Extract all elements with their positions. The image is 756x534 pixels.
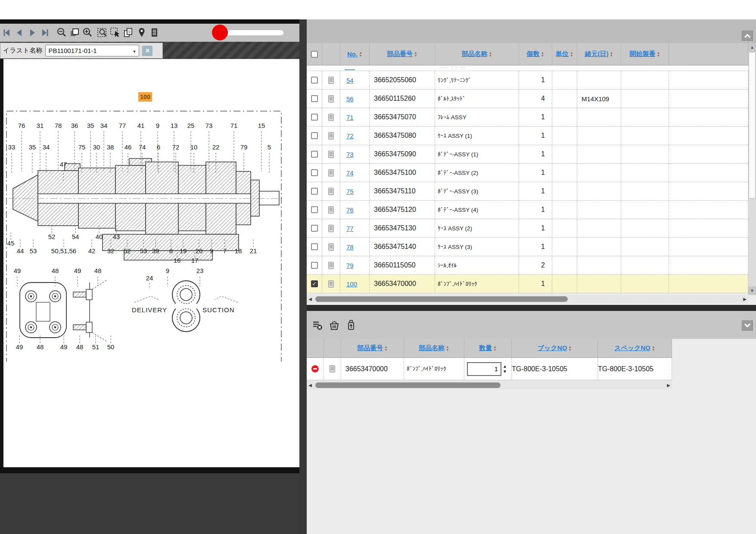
illustration-canvas[interactable]: 100: [0, 59, 299, 467]
mark-position-button[interactable]: [135, 26, 148, 39]
cart-header-book-no[interactable]: ブックNO: [512, 339, 598, 357]
callout-number[interactable]: 49: [60, 343, 68, 351]
callout-number[interactable]: 32: [107, 247, 115, 255]
part-no-link[interactable]: 75: [346, 188, 354, 195]
callout-number[interactable]: 40: [96, 233, 103, 240]
row-checkbox[interactable]: [311, 77, 318, 84]
actual-size-button[interactable]: [68, 26, 81, 39]
header-unit[interactable]: 単位: [552, 43, 577, 65]
parts-table-hscrollbar[interactable]: [307, 295, 748, 303]
callout-number[interactable]: 75: [78, 143, 86, 151]
callout-number[interactable]: 43: [113, 233, 120, 240]
callout-number[interactable]: 35: [29, 143, 36, 151]
callout-number[interactable]: 47: [60, 161, 67, 168]
part-no-link[interactable]: 56: [346, 95, 354, 102]
illust-name-select[interactable]: PB1100171-01-1: [45, 45, 139, 56]
callout-number[interactable]: 18: [235, 247, 242, 255]
row-checkbox[interactable]: [311, 280, 318, 287]
callout-number[interactable]: 19: [180, 247, 187, 255]
callout-number[interactable]: 17: [191, 257, 199, 264]
callout-number[interactable]: 36: [71, 122, 78, 129]
cart-header-part-number[interactable]: 部品番号: [341, 339, 404, 357]
vscroll-thumb[interactable]: [749, 52, 756, 199]
callout-number[interactable]: 13: [171, 122, 178, 129]
row-checkbox[interactable]: [311, 95, 318, 102]
spinner-up-icon[interactable]: [503, 364, 507, 368]
row-checkbox[interactable]: [311, 225, 318, 232]
zoom-slider[interactable]: [215, 24, 289, 42]
callout-number[interactable]: 48: [76, 343, 84, 351]
select-all-checkbox[interactable]: [311, 51, 318, 58]
scroll-right-icon[interactable]: [665, 381, 672, 389]
callout-number[interactable]: 35: [87, 122, 94, 129]
callout-number[interactable]: 41: [137, 122, 145, 129]
callout-number[interactable]: 49: [74, 267, 81, 274]
callout-number[interactable]: 50: [107, 343, 115, 351]
collapse-up-button[interactable]: [742, 31, 753, 41]
callout-number[interactable]: 15: [258, 122, 265, 129]
callout-number[interactable]: 48: [52, 267, 59, 274]
callout-number[interactable]: 21: [250, 247, 257, 255]
callout-number[interactable]: 46: [124, 143, 132, 151]
cart-header-spec-no[interactable]: スペックNO: [598, 339, 672, 357]
part-no-link[interactable]: 78: [346, 243, 354, 251]
zoom-in-button[interactable]: [81, 26, 94, 39]
header-no[interactable]: No.: [340, 43, 370, 65]
callout-number[interactable]: 9: [166, 267, 169, 274]
callout-number[interactable]: 71: [230, 122, 238, 129]
zoom-slider-track[interactable]: [220, 30, 283, 35]
callout-number[interactable]: 23: [196, 267, 204, 274]
callout-number[interactable]: 49: [14, 267, 21, 274]
part-no-link[interactable]: 79: [346, 262, 354, 269]
header-part-number[interactable]: 部品番号: [370, 43, 435, 65]
select-mode-button[interactable]: [109, 26, 122, 39]
callout-number[interactable]: 45: [7, 239, 15, 247]
callout-number[interactable]: 74: [139, 143, 146, 151]
close-illust-name-button[interactable]: [142, 46, 152, 56]
part-no-link[interactable]: 72: [346, 132, 354, 140]
scroll-left-icon[interactable]: [307, 381, 314, 389]
callout-number[interactable]: 48: [37, 343, 44, 351]
go-first-button[interactable]: [0, 26, 13, 39]
callout-number[interactable]: 33: [8, 143, 16, 151]
callout-number[interactable]: 50,51,56: [51, 247, 76, 255]
go-next-button[interactable]: [26, 26, 39, 39]
header-serial[interactable]: 開始製番: [621, 43, 669, 65]
row-checkbox[interactable]: [311, 114, 318, 121]
area-zoom-button[interactable]: [96, 26, 109, 39]
hscroll-thumb[interactable]: [315, 382, 501, 388]
callout-number[interactable]: 48: [94, 267, 102, 274]
callout-number[interactable]: 6: [157, 143, 160, 151]
callout-number[interactable]: 8: [169, 247, 173, 255]
header-qty[interactable]: 個数: [519, 43, 552, 65]
callout-number[interactable]: 52: [124, 247, 131, 255]
part-no-link[interactable]: 76: [346, 206, 354, 214]
row-checkbox[interactable]: [311, 243, 318, 250]
callout-number[interactable]: 24: [146, 274, 153, 282]
cart-header-part-name[interactable]: 部品名称: [404, 339, 464, 357]
row-checkbox[interactable]: [311, 206, 318, 213]
go-last-button[interactable]: [39, 26, 52, 39]
callout-number[interactable]: 38: [107, 143, 114, 151]
highlighted-callout-100[interactable]: 100: [138, 92, 152, 102]
add-to-basket-button[interactable]: [328, 319, 341, 332]
row-checkbox[interactable]: [311, 132, 318, 139]
panel-divider[interactable]: [299, 19, 307, 534]
callout-number[interactable]: 10: [190, 143, 198, 151]
callout-number[interactable]: 34: [100, 122, 108, 129]
part-no-link[interactable]: 77: [346, 225, 354, 232]
scroll-left-icon[interactable]: [307, 295, 314, 303]
part-no-link[interactable]: 71: [346, 114, 354, 121]
collapse-down-button[interactable]: [742, 320, 753, 331]
spinner-down-icon[interactable]: [503, 369, 507, 373]
callout-number[interactable]: 51: [92, 343, 100, 351]
copy-illustration-button[interactable]: [122, 26, 135, 39]
callout-number[interactable]: 42: [88, 247, 96, 255]
callout-number[interactable]: 78: [55, 122, 62, 129]
cart-header-qty[interactable]: 数量: [464, 339, 512, 357]
header-part-name[interactable]: 部品名称: [435, 43, 519, 65]
callout-number[interactable]: 20: [196, 247, 203, 255]
cart-hscrollbar[interactable]: [307, 381, 672, 389]
remove-part-icon[interactable]: [311, 365, 319, 373]
part-no-link[interactable]: 73: [346, 151, 354, 158]
